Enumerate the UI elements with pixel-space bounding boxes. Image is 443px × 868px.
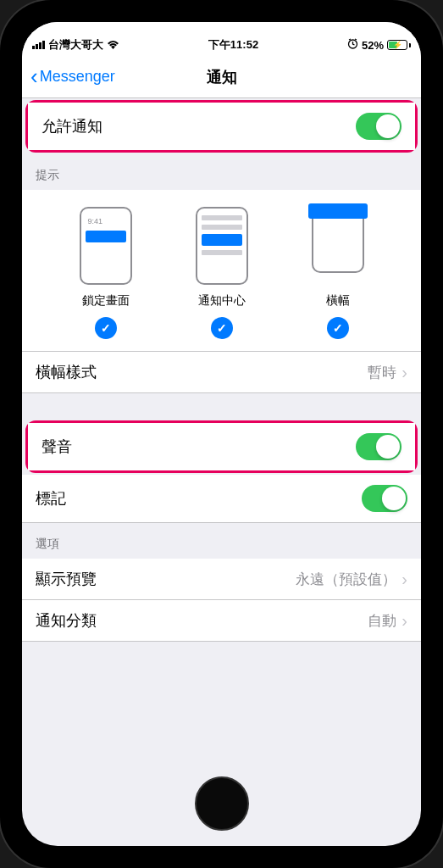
chevron-left-icon: ‹	[30, 64, 38, 90]
carrier-label: 台灣大哥大	[48, 37, 103, 53]
chevron-right-icon: ›	[401, 611, 407, 631]
phone-bezel: 台灣大哥大 下午11:52 52% ⚡	[15, 15, 428, 853]
grouping-value: 自動 ›	[368, 611, 407, 631]
battery-icon: ⚡	[387, 40, 411, 50]
chevron-right-icon: ›	[401, 363, 407, 382]
sounds-label: 聲音	[42, 437, 72, 457]
grouping-label: 通知分類	[36, 610, 97, 631]
lock-screen-icon	[80, 207, 132, 285]
show-previews-label: 顯示預覽	[36, 569, 97, 589]
notification-center-icon	[196, 207, 248, 285]
navigation-bar: ‹ Messenger 通知	[22, 56, 421, 98]
banner-style-label: 橫幅樣式	[36, 362, 97, 382]
lock-screen-label: 鎖定畫面	[82, 293, 130, 309]
highlight-sounds: 聲音	[25, 420, 418, 473]
sounds-cell[interactable]: 聲音	[28, 423, 415, 470]
lock-screen-option[interactable]: 鎖定畫面 ✓	[80, 207, 132, 339]
banners-icon	[312, 207, 364, 285]
check-icon: ✓	[95, 317, 117, 339]
banners-label: 橫幅	[326, 293, 350, 309]
show-previews-value: 永遠（預設值） ›	[296, 570, 407, 589]
sounds-toggle[interactable]	[356, 433, 401, 460]
banners-option[interactable]: 橫幅 ✓	[312, 207, 364, 339]
alarm-icon	[347, 38, 358, 52]
page-title: 通知	[207, 67, 237, 87]
allow-notifications-cell[interactable]: 允許通知	[28, 103, 415, 150]
status-bar: 台灣大哥大 下午11:52 52% ⚡	[22, 22, 421, 56]
wifi-icon	[107, 39, 119, 52]
allow-notifications-label: 允許通知	[42, 116, 102, 136]
alerts-section: 鎖定畫面 ✓ 通知中心 ✓	[22, 190, 421, 352]
battery-percent: 52%	[362, 39, 384, 52]
banner-style-cell[interactable]: 橫幅樣式 暫時 ›	[22, 352, 421, 393]
notification-center-option[interactable]: 通知中心 ✓	[196, 207, 248, 339]
banner-style-value: 暫時 ›	[368, 363, 407, 382]
screen: 台灣大哥大 下午11:52 52% ⚡	[22, 22, 421, 846]
chevron-right-icon: ›	[401, 570, 407, 589]
highlight-allow: 允許通知	[25, 100, 418, 153]
phone-frame: 台灣大哥大 下午11:52 52% ⚡	[0, 0, 443, 868]
back-label: Messenger	[40, 68, 115, 86]
options-header: 選項	[22, 523, 421, 559]
notification-center-label: 通知中心	[198, 293, 246, 309]
signal-icon	[32, 41, 45, 49]
badges-toggle[interactable]	[362, 485, 407, 512]
check-icon: ✓	[327, 317, 349, 339]
check-icon: ✓	[211, 317, 233, 339]
show-previews-cell[interactable]: 顯示預覽 永遠（預設值） ›	[22, 559, 421, 600]
badges-cell[interactable]: 標記	[22, 475, 421, 523]
content-scroll[interactable]: 允許通知 提示 鎖定畫面 ✓	[22, 98, 421, 846]
grouping-cell[interactable]: 通知分類 自動 ›	[22, 600, 421, 642]
status-left: 台灣大哥大	[32, 37, 119, 53]
badges-label: 標記	[36, 488, 66, 509]
back-button[interactable]: ‹ Messenger	[30, 64, 115, 90]
status-time: 下午11:52	[208, 37, 258, 53]
home-button[interactable]	[195, 776, 249, 831]
alerts-header: 提示	[22, 154, 421, 190]
status-right: 52% ⚡	[347, 38, 411, 52]
allow-notifications-toggle[interactable]	[356, 113, 401, 140]
